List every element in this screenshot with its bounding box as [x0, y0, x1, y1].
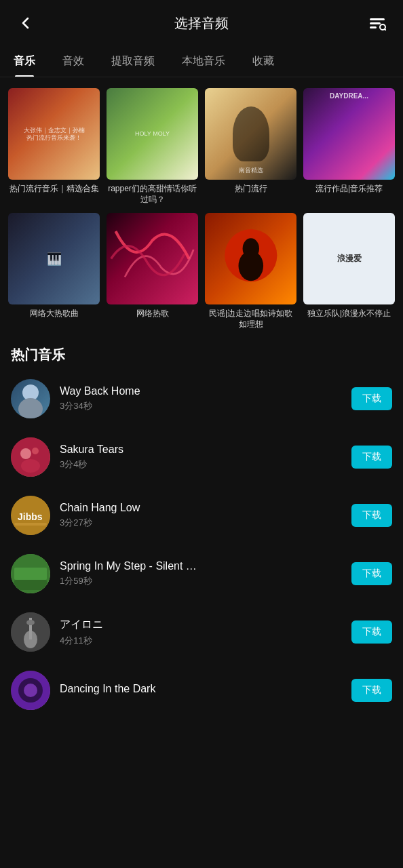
- playlist-cover-text-4: DAYDREA...: [330, 92, 368, 100]
- tab-local[interactable]: 本地音乐: [168, 46, 239, 77]
- song-title-6: Dancing In the Dark: [60, 683, 342, 695]
- svg-line-4: [385, 29, 386, 31]
- playlist-label-6: 网络热歌: [107, 309, 198, 319]
- svg-rect-16: [14, 523, 47, 526]
- svg-point-26: [24, 684, 37, 697]
- song-duration-1: 3分34秒: [60, 400, 342, 412]
- download-button-6[interactable]: 下载: [351, 679, 392, 702]
- page-title: 选择音频: [174, 14, 229, 33]
- playlist-item-6[interactable]: 网络热歌: [107, 213, 198, 330]
- download-button-3[interactable]: 下载: [351, 504, 392, 527]
- playlist-label-3: 热门流行: [205, 184, 296, 195]
- playlist-item-7[interactable]: 民谣|边走边唱如诗如歌如理想: [205, 213, 296, 330]
- music-list: Way Back Home 3分34秒 下载 Sakura Tears 3分4秒…: [0, 367, 403, 715]
- song-thumbnail-2: [11, 437, 50, 477]
- song-thumbnail-1: [11, 379, 50, 418]
- svg-text:Jibbs: Jibbs: [18, 511, 43, 522]
- tab-bar: 音乐 音效 提取音频 本地音乐 收藏: [0, 46, 403, 77]
- song-item-5[interactable]: アイロニ 4分11秒 下载: [0, 603, 403, 661]
- hot-music-title: 热门音乐: [0, 340, 403, 367]
- download-button-5[interactable]: 下载: [351, 620, 392, 644]
- download-button-2[interactable]: 下载: [351, 446, 392, 469]
- playlist-item-8[interactable]: 浪漫爱 独立乐队|浪漫永不停止: [303, 213, 395, 330]
- playlist-cover-text-1: 大张伟｜金志文｜孙楠热门流行音乐来袭！: [24, 127, 85, 142]
- playlist-cover-text-3: 南音精选: [239, 167, 263, 174]
- tab-music[interactable]: 音乐: [0, 46, 49, 77]
- back-button[interactable]: [14, 11, 38, 35]
- svg-point-9: [18, 398, 43, 418]
- song-item-1[interactable]: Way Back Home 3分34秒 下载: [0, 370, 403, 428]
- song-thumbnail-4: [11, 554, 50, 593]
- download-button-4[interactable]: 下载: [351, 562, 392, 585]
- song-item-6[interactable]: Dancing In the Dark 下载: [0, 661, 403, 713]
- song-info-2: Sakura Tears 3分4秒: [60, 443, 342, 471]
- song-title-1: Way Back Home: [60, 385, 342, 397]
- svg-rect-19: [14, 580, 47, 590]
- playlist-label-1: 热门流行音乐｜精选合集: [8, 184, 100, 195]
- search-button[interactable]: [365, 11, 389, 35]
- svg-point-11: [20, 448, 31, 459]
- tab-extract[interactable]: 提取音频: [98, 46, 168, 77]
- playlist-item-1[interactable]: 大张伟｜金志文｜孙楠热门流行音乐来袭！ 热门流行音乐｜精选合集: [8, 88, 100, 205]
- svg-rect-2: [370, 26, 377, 28]
- song-info-5: アイロニ 4分11秒: [60, 618, 342, 647]
- svg-point-23: [26, 620, 35, 625]
- song-info-6: Dancing In the Dark: [60, 683, 342, 698]
- playlist-label-5: 网络大热歌曲: [8, 309, 100, 319]
- song-duration-4: 1分59秒: [60, 575, 342, 587]
- song-thumbnail-5: [11, 612, 50, 652]
- song-thumbnail-6: [11, 671, 50, 710]
- playlist-item-3[interactable]: 南音精选 热门流行: [205, 88, 296, 205]
- svg-point-7: [238, 250, 263, 281]
- playlist-label-2: rapper们的高甜情话你听过吗？: [107, 184, 198, 205]
- playlist-item-2[interactable]: HOLY MOLY rapper们的高甜情话你听过吗？: [107, 88, 198, 205]
- song-info-4: Spring In My Step - Silent … 1分59秒: [60, 560, 342, 587]
- song-duration-2: 3分4秒: [60, 458, 342, 471]
- song-title-5: アイロニ: [60, 618, 342, 632]
- song-duration-5: 4分11秒: [60, 635, 342, 647]
- svg-point-12: [32, 448, 39, 454]
- song-thumbnail-3: Jibbs: [11, 496, 50, 535]
- playlist-cover-text-2: HOLY MOLY: [135, 130, 170, 138]
- playlist-item-5[interactable]: 🎹 网络大热歌曲: [8, 213, 100, 330]
- playlist-label-8: 独立乐队|浪漫永不停止: [303, 309, 395, 319]
- playlist-item-4[interactable]: DAYDREA... 流行作品|音乐推荐: [303, 88, 395, 205]
- song-info-1: Way Back Home 3分34秒: [60, 385, 342, 412]
- svg-rect-1: [370, 22, 381, 24]
- tab-collect[interactable]: 收藏: [239, 46, 288, 77]
- tab-effects[interactable]: 音效: [49, 46, 98, 77]
- playlist-label-4: 流行作品|音乐推荐: [303, 184, 395, 195]
- song-title-2: Sakura Tears: [60, 443, 342, 456]
- svg-rect-18: [14, 568, 47, 580]
- song-title-3: Chain Hang Low: [60, 502, 342, 514]
- svg-rect-0: [370, 18, 385, 20]
- song-title-4: Spring In My Step - Silent …: [60, 560, 342, 572]
- header: 选择音频: [0, 0, 403, 46]
- download-button-1[interactable]: 下载: [351, 387, 392, 410]
- svg-point-13: [21, 459, 40, 473]
- playlist-grid: 大张伟｜金志文｜孙楠热门流行音乐来袭！ 热门流行音乐｜精选合集 HOLY MOL…: [0, 77, 403, 340]
- song-item-2[interactable]: Sakura Tears 3分4秒 下载: [0, 428, 403, 486]
- song-item-3[interactable]: Jibbs Chain Hang Low 3分27秒 下载: [0, 486, 403, 545]
- song-item-4[interactable]: Spring In My Step - Silent … 1分59秒 下载: [0, 545, 403, 603]
- playlist-cover-text-8: 浪漫爱: [337, 254, 362, 263]
- song-info-3: Chain Hang Low 3分27秒: [60, 502, 342, 529]
- song-duration-3: 3分27秒: [60, 517, 342, 529]
- playlist-label-7: 民谣|边走边唱如诗如歌如理想: [205, 309, 296, 330]
